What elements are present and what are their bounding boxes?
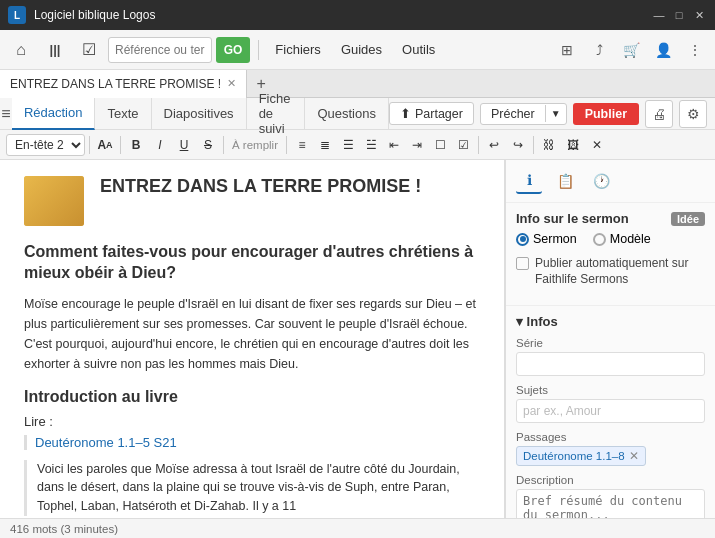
editor-panel[interactable]: ENTREZ DANS LA TERRE PROMISE ! Comment f… [0,160,505,518]
search-box[interactable] [108,37,212,63]
sidebar-icon-row: ℹ 📋 🕐 [506,160,715,203]
tab-fiche[interactable]: Fiche de suivi [247,98,306,130]
list-btn-2[interactable]: ≣ [314,134,336,156]
checklist-btn-2[interactable]: ☑ [452,134,474,156]
redo-button[interactable]: ↪ [507,134,529,156]
tab-diapositives-label: Diapositives [164,106,234,121]
tab-diapositives[interactable]: Diapositives [152,98,247,130]
publier-button[interactable]: Publier [573,103,639,125]
user-icon[interactable]: 👤 [649,36,677,64]
serie-input[interactable] [516,352,705,376]
nav-menu-button[interactable]: ≡ [0,98,12,130]
sujets-input[interactable] [516,399,705,423]
status-bar: 416 mots (3 minutes) [0,518,715,538]
list-btn-4[interactable]: ☱ [360,134,382,156]
export-icon[interactable]: ⤴ [585,36,613,64]
bold-button[interactable]: B [125,134,147,156]
hamburger-icon: ≡ [1,105,10,123]
fichiers-button[interactable]: Fichiers [267,38,329,61]
bookmark-icon[interactable]: ☑ [74,35,104,65]
list-btn-3[interactable]: ☰ [337,134,359,156]
home-icon[interactable]: ⌂ [6,35,36,65]
outils-button[interactable]: Outils [394,38,443,61]
description-label: Description [516,474,705,486]
sujets-label: Sujets [516,384,705,396]
link-button[interactable]: ⛓ [538,134,560,156]
settings-button[interactable]: ⚙ [679,100,707,128]
read-label: Lire : [24,414,480,429]
minimize-button[interactable]: — [651,7,667,23]
word-count: 416 mots (3 minutes) [10,523,118,535]
strikethrough-button[interactable]: S [197,134,219,156]
sidebar-panel: ℹ 📋 🕐 Info sur le sermon Idée Sermon Mod… [505,160,715,518]
indent-decrease-btn[interactable]: ⇤ [383,134,405,156]
publish-checkbox[interactable] [516,257,529,270]
publish-checkbox-row[interactable]: Publier automatiquement sur Faithlife Se… [516,256,705,287]
image-button[interactable]: 🖼 [562,134,584,156]
list-btn-1[interactable]: ≡ [291,134,313,156]
passage-tag: Deutéronome 1.1–8 ✕ [516,446,646,466]
tab-questions[interactable]: Questions [305,98,389,130]
idea-button[interactable]: Idée [671,212,705,226]
tab-texte-label: Texte [107,106,138,121]
precher-arrow-icon[interactable]: ▼ [545,105,566,122]
modele-radio[interactable]: Modèle [593,232,651,246]
sermon-modele-radio-group: Sermon Modèle [516,232,705,246]
sermon-radio[interactable]: Sermon [516,232,577,246]
main-toolbar: ⌂ ||| ☑ GO Fichiers Guides Outils ⊞ ⤴ 🛒 … [0,30,715,70]
infos-toggle[interactable]: ▾ Infos [516,314,705,329]
tab-texte[interactable]: Texte [95,98,151,130]
serie-label: Série [516,337,705,349]
tab-questions-label: Questions [317,106,376,121]
grid-icon[interactable]: ⊞ [553,36,581,64]
guides-button[interactable]: Guides [333,38,390,61]
doc-tab-close[interactable]: ✕ [227,77,236,90]
clear-format-button[interactable]: ✕ [586,134,608,156]
passages-label: Passages [516,431,705,443]
main-content: ENTREZ DANS LA TERRE PROMISE ! Comment f… [0,160,715,518]
underline-button[interactable]: U [173,134,195,156]
indent-increase-btn[interactable]: ⇥ [406,134,428,156]
go-button[interactable]: GO [216,37,251,63]
close-button[interactable]: ✕ [691,7,707,23]
italic-button[interactable]: I [149,134,171,156]
title-bar: L Logiciel biblique Logos — □ ✕ [0,0,715,30]
sidebar-book-icon[interactable]: 📋 [552,168,578,194]
modele-radio-dot [593,233,606,246]
more-icon[interactable]: ⋮ [681,36,709,64]
print-button[interactable]: 🖨 [645,100,673,128]
scripture-reference[interactable]: Deutéronome 1.1–5 S21 [24,435,480,450]
sermon-radio-dot [516,233,529,246]
cart-icon[interactable]: 🛒 [617,36,645,64]
doc-tab-sermon[interactable]: ENTREZ DANS LA TERRE PROMISE ! ✕ [0,70,247,98]
checklist-btn-1[interactable]: ☐ [429,134,451,156]
library-icon[interactable]: ||| [40,35,70,65]
tab-fiche-label: Fiche de suivi [259,91,293,136]
description-textarea[interactable] [516,489,705,518]
sidebar-section-title: Info sur le sermon Idée [516,211,705,226]
sidebar-clock-icon[interactable]: 🕐 [588,168,614,194]
format-toolbar: En-tête 2 AA B I U S À remplir ≡ ≣ ☰ ☱ ⇤… [0,130,715,160]
style-select[interactable]: En-tête 2 [6,134,85,156]
app-title: Logiciel biblique Logos [34,8,155,22]
tab-redaction[interactable]: Rédaction [12,98,96,130]
doc-tab-label: ENTREZ DANS LA TERRE PROMISE ! [10,77,221,91]
fill-button[interactable]: À remplir [228,134,282,156]
passage-tag-remove[interactable]: ✕ [629,449,639,463]
search-input[interactable] [109,43,211,57]
separator [258,40,259,60]
app-logo: L [8,6,26,24]
precher-label: Précher [481,104,545,124]
sidebar-info-icon[interactable]: ℹ [516,168,542,194]
infos-toggle-label: ▾ Infos [516,314,558,329]
infos-section: ▾ Infos Série Sujets Passages Deutéronom… [506,305,715,518]
publish-checkbox-label: Publier automatiquement sur Faithlife Se… [535,256,705,287]
scripture-text: Voici les paroles que Moïse adressa à to… [24,460,480,516]
precher-button[interactable]: Précher ▼ [480,103,567,125]
undo-button[interactable]: ↩ [483,134,505,156]
sermon-header: ENTREZ DANS LA TERRE PROMISE ! [24,176,480,226]
share-button[interactable]: ⬆ Partager [389,102,474,125]
font-size-btn[interactable]: AA [94,134,116,156]
sermon-thumbnail [24,176,84,226]
maximize-button[interactable]: □ [671,7,687,23]
